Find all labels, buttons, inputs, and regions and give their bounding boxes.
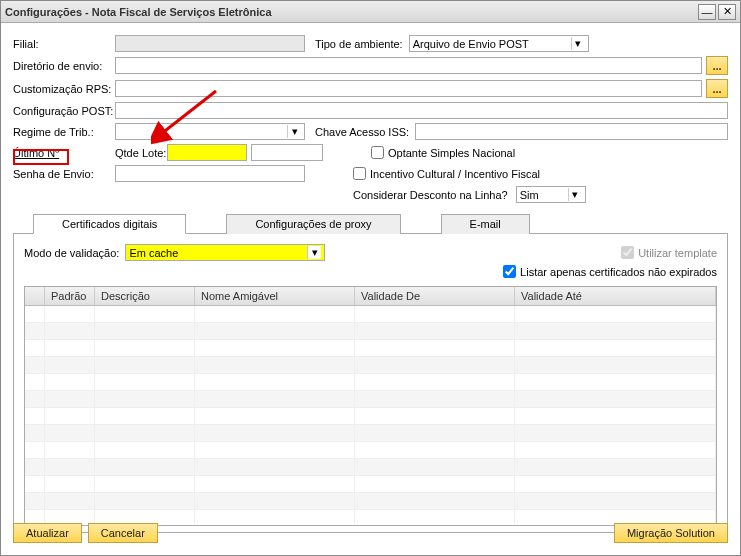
tab-body-certificados: Modo de validação: Em cache ▾ Utilizar t… <box>13 234 728 533</box>
table-row[interactable] <box>25 391 716 408</box>
migracao-button[interactable]: Migração Solution <box>614 523 728 543</box>
label-utilizar-template: Utilizar template <box>638 247 717 259</box>
custom-rps-input[interactable] <box>115 80 702 97</box>
incentivo-checkbox[interactable] <box>353 167 366 180</box>
label-considerar-desconto: Considerar Desconto na Linha? <box>353 189 508 201</box>
diretorio-envio-input[interactable] <box>115 57 702 74</box>
titlebar: Configurações - Nota Fiscal de Serviços … <box>1 1 740 23</box>
grid-header-descricao[interactable]: Descrição <box>95 287 195 305</box>
label-tipo-ambiente: Tipo de ambiente: <box>305 38 409 50</box>
table-row[interactable] <box>25 357 716 374</box>
label-incentivo: Incentivo Cultural / Incentivo Fiscal <box>370 168 540 180</box>
browse-rps-button[interactable]: ... <box>706 79 728 98</box>
senha-envio-input[interactable] <box>115 165 305 182</box>
minimize-icon: — <box>702 6 713 18</box>
filial-field <box>115 35 305 52</box>
table-row[interactable] <box>25 323 716 340</box>
chevron-down-icon: ▾ <box>568 188 582 201</box>
tab-proxy[interactable]: Configurações de proxy <box>226 214 400 234</box>
regime-trib-select[interactable]: ▾ <box>115 123 305 140</box>
qtde-lote-extra-input[interactable] <box>251 144 323 161</box>
table-row[interactable] <box>25 306 716 323</box>
label-chave-iss: Chave Acesso ISS: <box>305 126 415 138</box>
grid-header-blank <box>25 287 45 305</box>
label-senha-envio: Senha de Envio: <box>13 168 115 180</box>
label-config-post: Configuração POST: <box>13 105 115 117</box>
tabs: Certificados digitais Configurações de p… <box>13 213 728 234</box>
atualizar-button[interactable]: Atualizar <box>13 523 82 543</box>
label-modo-validacao: Modo de validação: <box>24 247 119 259</box>
label-custom-rps: Customização RPS: <box>13 83 115 95</box>
grid-header-validade-ate[interactable]: Validade Até <box>515 287 716 305</box>
close-button[interactable]: ✕ <box>718 4 736 20</box>
label-regime-trib: Regime de Trib.: <box>13 126 115 138</box>
certificados-grid[interactable]: Padrão Descrição Nome Amigável Validade … <box>24 286 717 526</box>
grid-header-padrao[interactable]: Padrão <box>45 287 95 305</box>
close-icon: ✕ <box>723 5 732 18</box>
table-row[interactable] <box>25 459 716 476</box>
label-diretorio-envio: Diretório de envio: <box>13 60 115 72</box>
config-post-input[interactable] <box>115 102 728 119</box>
chevron-down-icon: ▾ <box>571 37 585 50</box>
chevron-down-icon: ▾ <box>287 125 301 138</box>
grid-body <box>25 306 716 524</box>
table-row[interactable] <box>25 408 716 425</box>
tipo-ambiente-select[interactable]: Arquivo de Envio POST ▾ <box>409 35 589 52</box>
table-row[interactable] <box>25 340 716 357</box>
label-listar-expirados: Listar apenas certificados não expirados <box>520 266 717 278</box>
listar-expirados-checkbox[interactable] <box>503 265 516 278</box>
utilizar-template-checkbox <box>621 246 634 259</box>
table-row[interactable] <box>25 442 716 459</box>
label-filial: Filial: <box>13 38 115 50</box>
label-optante-simples: Optante Simples Nacional <box>388 147 515 159</box>
table-row[interactable] <box>25 425 716 442</box>
label-qtde-lote: Qtde Lote: <box>115 147 167 159</box>
modo-validacao-select[interactable]: Em cache ▾ <box>125 244 325 261</box>
chevron-down-icon: ▾ <box>307 246 321 259</box>
label-ultimo-no: Último Nº <box>13 147 69 159</box>
table-row[interactable] <box>25 510 716 524</box>
grid-header-validade-de[interactable]: Validade De <box>355 287 515 305</box>
considerar-desconto-select[interactable]: Sim ▾ <box>516 186 586 203</box>
table-row[interactable] <box>25 493 716 510</box>
cancelar-button[interactable]: Cancelar <box>88 523 158 543</box>
qtde-lote-input[interactable] <box>167 144 247 161</box>
tipo-ambiente-value: Arquivo de Envio POST <box>413 38 529 50</box>
window-title: Configurações - Nota Fiscal de Serviços … <box>5 6 696 18</box>
table-row[interactable] <box>25 374 716 391</box>
optante-simples-checkbox[interactable] <box>371 146 384 159</box>
table-row[interactable] <box>25 476 716 493</box>
chave-iss-input[interactable] <box>415 123 728 140</box>
minimize-button[interactable]: — <box>698 4 716 20</box>
considerar-desconto-value: Sim <box>520 189 539 201</box>
tab-email[interactable]: E-mail <box>441 214 530 234</box>
grid-header-nome-amigavel[interactable]: Nome Amigável <box>195 287 355 305</box>
modo-validacao-value: Em cache <box>129 247 178 259</box>
browse-diretorio-button[interactable]: ... <box>706 56 728 75</box>
tab-certificados[interactable]: Certificados digitais <box>33 214 186 234</box>
